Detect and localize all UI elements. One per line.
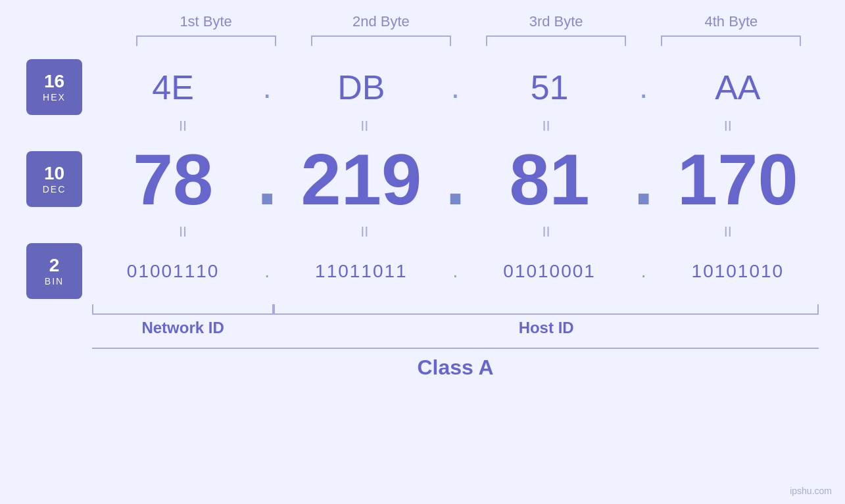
dec-byte-2: 219 <box>280 143 442 216</box>
equal-2-1: II <box>92 223 274 241</box>
hex-dot-1: . <box>254 69 280 105</box>
main-container: 1st Byte 2nd Byte 3rd Byte 4th Byte 16 H… <box>0 0 845 504</box>
bin-byte-2: 11011011 <box>280 261 442 282</box>
network-id-label: Network ID <box>92 319 274 337</box>
hex-values-row: 4E . DB . 51 . AA <box>92 68 819 107</box>
bin-row: 2 BIN 01001110 . 11011011 . 01010001 . 1… <box>26 243 819 299</box>
hex-badge-number: 16 <box>44 72 64 92</box>
equal-1-4: II <box>637 118 819 135</box>
top-bracket-line-3 <box>486 35 626 46</box>
dec-badge: 10 DEC <box>26 151 82 207</box>
dec-dot-2: . <box>443 137 469 221</box>
hex-byte-2: DB <box>280 68 442 107</box>
top-bracket-line-4 <box>661 35 801 46</box>
bin-byte-1: 01001110 <box>92 261 254 282</box>
equal-2-3: II <box>456 223 637 241</box>
dec-row: 10 DEC 78 . 219 . 81 . 170 <box>26 137 819 221</box>
class-line <box>92 348 819 349</box>
host-id-label: Host ID <box>274 319 819 337</box>
dec-dot-3: . <box>631 137 657 221</box>
equal-1-2: II <box>274 118 455 135</box>
class-label: Class A <box>92 355 819 380</box>
byte-label-1: 1st Byte <box>118 13 293 30</box>
bin-dot-1: . <box>254 261 280 282</box>
dec-dot-1: . <box>254 137 280 221</box>
bottom-bracket-networkid <box>92 304 274 315</box>
bin-values-row: 01001110 . 11011011 . 01010001 . 1010101… <box>92 261 819 282</box>
dec-byte-4: 170 <box>657 143 819 216</box>
dec-byte-3: 81 <box>469 143 631 216</box>
watermark: ipshu.com <box>790 486 832 496</box>
equal-1-3: II <box>456 118 637 135</box>
top-bracket-2 <box>293 35 468 46</box>
bin-badge-number: 2 <box>49 256 60 276</box>
top-bracket-3 <box>469 35 644 46</box>
dec-badge-label: DEC <box>43 184 66 195</box>
equal-row-1: II II II II <box>26 118 819 135</box>
hex-badge-label: HEX <box>43 92 66 103</box>
equal-2-2: II <box>274 223 455 241</box>
byte-labels-row: 1st Byte 2nd Byte 3rd Byte 4th Byte <box>26 13 819 30</box>
bottom-bracket-hostid <box>274 304 819 315</box>
bottom-section: Network ID Host ID <box>26 304 819 337</box>
top-brackets-row <box>26 35 819 46</box>
bin-byte-4: 10101010 <box>657 261 819 282</box>
hex-dot-3: . <box>631 69 657 105</box>
hex-byte-1: 4E <box>92 68 254 107</box>
bin-badge: 2 BIN <box>26 243 82 299</box>
byte-label-3: 3rd Byte <box>469 13 644 30</box>
hex-row: 16 HEX 4E . DB . 51 . AA <box>26 59 819 115</box>
dec-values-row: 78 . 219 . 81 . 170 <box>92 137 819 221</box>
class-section: Class A <box>26 348 819 380</box>
dec-badge-number: 10 <box>44 164 64 184</box>
top-bracket-4 <box>644 35 819 46</box>
hex-badge: 16 HEX <box>26 59 82 115</box>
hex-dot-2: . <box>443 69 469 105</box>
equal-2-4: II <box>637 223 819 241</box>
bin-badge-label: BIN <box>45 276 64 286</box>
bin-dot-3: . <box>631 261 657 282</box>
hex-byte-3: 51 <box>469 68 631 107</box>
bottom-labels-row: Network ID Host ID <box>92 319 819 337</box>
bin-dot-2: . <box>443 261 469 282</box>
bottom-bracket-hostid-cell <box>274 304 819 315</box>
byte-label-2: 2nd Byte <box>293 13 468 30</box>
bottom-brackets-row <box>92 304 819 315</box>
equal-row-2: II II II II <box>26 223 819 241</box>
top-bracket-line-1 <box>136 35 276 46</box>
bin-byte-3: 01010001 <box>469 261 631 282</box>
equal-1-1: II <box>92 118 274 135</box>
bottom-bracket-networkid-cell <box>92 304 274 315</box>
top-bracket-line-2 <box>311 35 451 46</box>
top-bracket-1 <box>118 35 293 46</box>
dec-byte-1: 78 <box>92 143 254 216</box>
hex-byte-4: AA <box>657 68 819 107</box>
byte-label-4: 4th Byte <box>644 13 819 30</box>
